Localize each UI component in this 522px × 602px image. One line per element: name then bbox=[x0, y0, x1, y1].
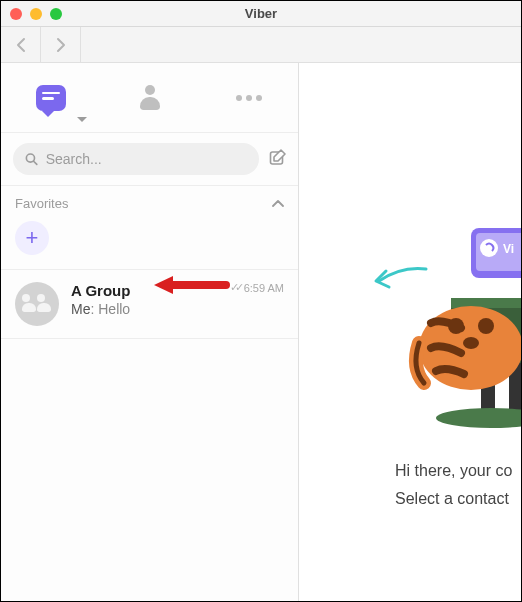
add-favorite-button[interactable]: + bbox=[15, 221, 49, 255]
forward-button[interactable] bbox=[41, 27, 81, 63]
svg-point-14 bbox=[463, 337, 479, 349]
window-title: Viber bbox=[1, 6, 521, 21]
tab-contacts[interactable] bbox=[120, 85, 180, 111]
chevron-right-icon bbox=[56, 37, 66, 53]
minimize-window-button[interactable] bbox=[30, 8, 42, 20]
chat-list-item[interactable]: A Group Me: Hello ✓✓ 6:59 AM bbox=[1, 270, 298, 339]
svg-rect-8 bbox=[451, 298, 521, 308]
chevron-down-icon[interactable] bbox=[77, 117, 87, 122]
chat-item-sender: Me bbox=[71, 301, 90, 317]
search-box[interactable] bbox=[13, 143, 259, 175]
main-area: Favorites + A Group Me: Hello ✓✓ 6:59 AM bbox=[1, 63, 521, 601]
chevron-left-icon bbox=[16, 37, 26, 53]
svg-point-12 bbox=[448, 318, 464, 334]
compose-icon bbox=[269, 149, 286, 166]
compose-button[interactable] bbox=[269, 149, 286, 170]
chat-item-message: Hello bbox=[98, 301, 130, 317]
svg-point-13 bbox=[478, 318, 494, 334]
svg-line-1 bbox=[34, 161, 37, 164]
chat-item-preview: Me: Hello bbox=[71, 301, 284, 317]
favorites-section: Favorites + bbox=[1, 186, 298, 270]
welcome-line-1: Hi there, your co bbox=[395, 457, 521, 485]
group-avatar bbox=[15, 282, 59, 326]
search-row bbox=[1, 133, 298, 186]
chats-icon bbox=[36, 85, 66, 111]
favorites-header[interactable]: Favorites bbox=[15, 196, 284, 211]
svg-text:Vi: Vi bbox=[503, 242, 514, 256]
search-input[interactable] bbox=[46, 151, 247, 167]
search-icon bbox=[25, 152, 38, 166]
chevron-up-icon bbox=[272, 200, 284, 208]
welcome-illustration: Vi bbox=[381, 223, 521, 443]
sidebar-tabs bbox=[1, 63, 298, 133]
chat-item-meta: ✓✓ 6:59 AM bbox=[230, 281, 284, 294]
content-pane: Vi Hi there, your co Select a contact bbox=[299, 63, 521, 601]
navigation-bar bbox=[1, 27, 521, 63]
chat-item-time: 6:59 AM bbox=[244, 282, 284, 294]
read-status-icon: ✓✓ bbox=[230, 281, 240, 294]
maximize-window-button[interactable] bbox=[50, 8, 62, 20]
window-controls bbox=[1, 8, 62, 20]
more-icon bbox=[236, 95, 262, 101]
welcome-text: Hi there, your co Select a contact bbox=[395, 457, 521, 513]
contacts-icon bbox=[139, 85, 161, 111]
titlebar: Viber bbox=[1, 1, 521, 27]
sidebar: Favorites + A Group Me: Hello ✓✓ 6:59 AM bbox=[1, 63, 299, 601]
back-button[interactable] bbox=[1, 27, 41, 63]
close-window-button[interactable] bbox=[10, 8, 22, 20]
favorites-label: Favorites bbox=[15, 196, 68, 211]
plus-icon: + bbox=[26, 225, 39, 251]
svg-point-5 bbox=[480, 239, 498, 257]
welcome-line-2: Select a contact bbox=[395, 485, 521, 513]
tab-chats[interactable] bbox=[21, 85, 81, 111]
tab-more[interactable] bbox=[219, 95, 279, 101]
svg-point-15 bbox=[436, 408, 521, 428]
